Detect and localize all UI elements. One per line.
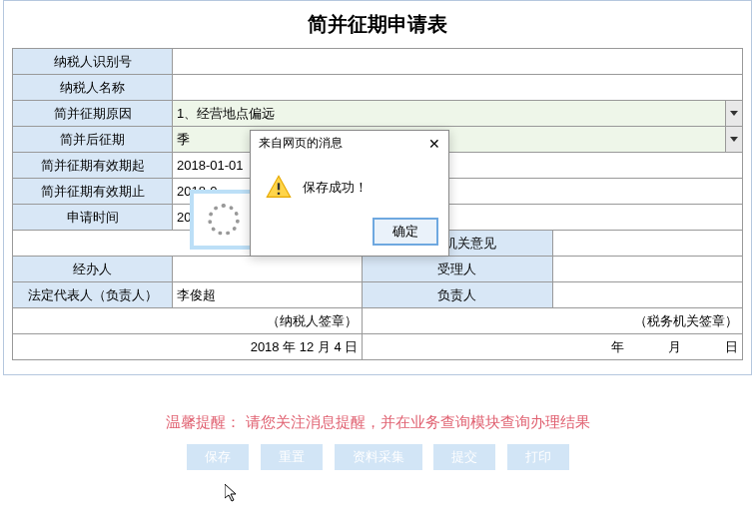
svg-rect-1 bbox=[278, 193, 280, 195]
tax-stamp-label: （税务机关签章） bbox=[363, 308, 743, 334]
svg-rect-0 bbox=[278, 183, 280, 190]
label-slr: 受理人 bbox=[363, 257, 552, 282]
submit-button[interactable]: 提交 bbox=[433, 444, 495, 470]
hint-message: 温馨提醒： 请您关注消息提醒，并在业务查询模块查询办理结果 bbox=[0, 413, 756, 432]
alert-dialog: 来自网页的消息 ✕ 保存成功！ 确定 bbox=[250, 130, 449, 257]
label-fzr: 负责人 bbox=[363, 282, 552, 308]
label-valid-to: 简并征期有效期止 bbox=[13, 179, 173, 205]
ok-button[interactable]: 确定 bbox=[373, 218, 438, 246]
label-jbr: 经办人 bbox=[13, 257, 173, 282]
dropdown-reason[interactable]: 1、经营地点偏远 bbox=[173, 101, 743, 127]
print-button[interactable]: 打印 bbox=[507, 444, 569, 470]
label-nsr-id: 纳税人识别号 bbox=[13, 49, 173, 75]
label-apply-time: 申请时间 bbox=[13, 205, 173, 231]
cursor-icon bbox=[225, 484, 241, 507]
collect-button[interactable]: 资料采集 bbox=[335, 444, 422, 470]
tax-date: 年 月 日 bbox=[363, 334, 743, 360]
field-tax-opinion bbox=[552, 231, 742, 257]
chevron-down-icon[interactable] bbox=[725, 127, 742, 152]
dropdown-after-period-value: 季 bbox=[177, 132, 190, 147]
chevron-down-icon[interactable] bbox=[725, 101, 742, 126]
reset-button[interactable]: 重置 bbox=[261, 444, 323, 470]
field-legal-rep: 李俊超 bbox=[173, 282, 363, 308]
spinner-icon bbox=[208, 204, 240, 236]
field-fzr bbox=[552, 282, 742, 308]
field-jbr bbox=[173, 257, 363, 282]
field-nsr-id[interactable] bbox=[173, 49, 743, 75]
dialog-message: 保存成功！ bbox=[303, 179, 368, 197]
label-nsr-name: 纳税人名称 bbox=[13, 75, 173, 101]
dialog-title: 来自网页的消息 bbox=[259, 135, 343, 152]
loading-overlay bbox=[190, 190, 258, 250]
save-button[interactable]: 保存 bbox=[187, 444, 249, 470]
warning-icon bbox=[265, 174, 293, 202]
field-nsr-name[interactable] bbox=[173, 75, 743, 101]
payer-stamp-label: （纳税人签章） bbox=[13, 308, 363, 334]
payer-date: 2018 年 12 月 4 日 bbox=[13, 334, 363, 360]
label-reason: 简并征期原因 bbox=[13, 101, 173, 127]
field-slr bbox=[552, 257, 742, 282]
label-valid-from: 简并征期有效期起 bbox=[13, 153, 173, 179]
label-after-period: 简并后征期 bbox=[13, 127, 173, 153]
button-row: 保存 重置 资料采集 提交 打印 bbox=[0, 444, 756, 470]
hint-text: 请您关注消息提醒，并在业务查询模块查询办理结果 bbox=[246, 413, 590, 430]
dropdown-reason-value: 1、经营地点偏远 bbox=[177, 106, 275, 121]
label-legal-rep: 法定代表人（负责人） bbox=[13, 282, 173, 308]
page-title: 简并征期申请表 bbox=[12, 7, 743, 48]
hint-tag: 温馨提醒： bbox=[166, 413, 241, 430]
close-icon[interactable]: ✕ bbox=[428, 136, 440, 152]
